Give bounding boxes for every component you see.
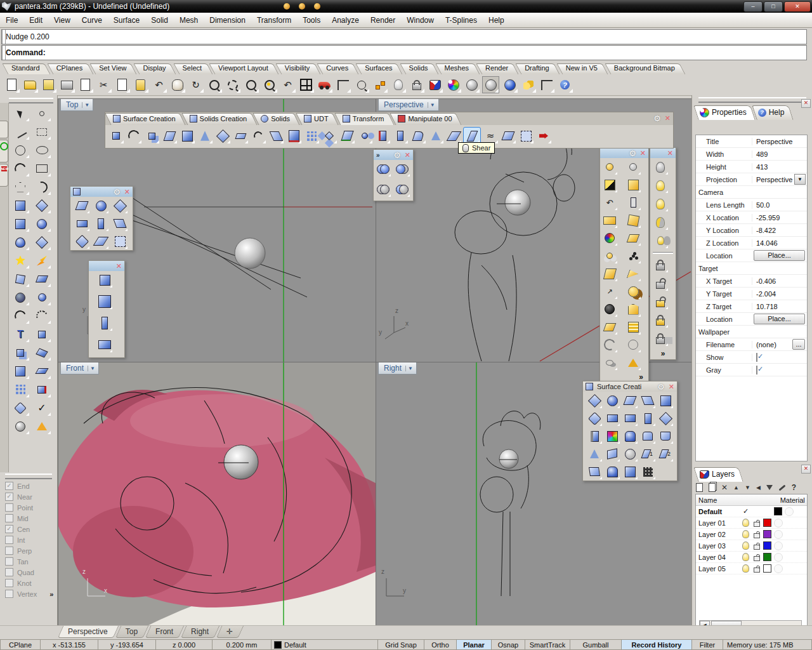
gear-icon[interactable]: ⚙ — [653, 114, 661, 123]
menu-help[interactable]: Help — [483, 13, 510, 27]
surface-cp-tool[interactable] — [10, 196, 31, 215]
torus-tool[interactable] — [10, 233, 31, 251]
checkbox-icon[interactable]: ✓ — [5, 525, 13, 533]
prop-xloc-row[interactable]: X Location-25.959 — [696, 211, 807, 224]
srf-extrude-tapered-button[interactable] — [639, 427, 657, 445]
checkbox-icon[interactable] — [5, 568, 13, 576]
close-icon[interactable]: ✕ — [405, 151, 410, 159]
boolean-diff-tool[interactable] — [31, 288, 53, 307]
osnap-perp[interactable]: Perp — [0, 545, 57, 556]
srf-plane-3pt-button[interactable] — [621, 409, 639, 427]
cut-button[interactable]: ✂ — [96, 77, 112, 93]
srf-cutplane-button[interactable] — [586, 427, 603, 445]
polyline-tool[interactable] — [10, 123, 31, 141]
tab-render[interactable]: Render — [479, 63, 518, 74]
dock-grip[interactable] — [698, 97, 806, 103]
unlock-selected-button[interactable] — [652, 293, 669, 310]
vptab-right[interactable]: Right — [183, 626, 219, 638]
current-layer-cell[interactable]: Default — [272, 639, 378, 650]
dock-tab-surface-creation[interactable]: Surface Creation — [108, 112, 185, 125]
tab-surfaces[interactable]: Surfaces — [358, 63, 402, 74]
undo-selection-button[interactable]: ↶ — [601, 194, 619, 211]
rendered-viewport-button[interactable] — [502, 77, 518, 93]
viewport-top-title[interactable]: Top▼ — [60, 99, 93, 111]
tab-layers[interactable]: Layers — [696, 467, 742, 481]
viewport-perspective-title[interactable]: Perspective▼ — [378, 99, 439, 111]
render-preview-tool[interactable] — [31, 417, 53, 435]
tab-cplanes[interactable]: CPlanes — [50, 63, 93, 74]
scale-floating-palette[interactable]: ✕ — [88, 260, 125, 358]
gear-icon[interactable]: ⚙ — [629, 149, 636, 158]
circle-center-button[interactable] — [353, 77, 369, 93]
viewport-front[interactable]: Front▼ z x — [58, 362, 377, 627]
material-circle-icon[interactable] — [785, 507, 794, 516]
menu-dimension[interactable]: Dimension — [204, 13, 251, 27]
material-circle-icon[interactable] — [774, 519, 783, 527]
select-grid-button[interactable] — [624, 318, 642, 336]
array-tool[interactable] — [10, 380, 31, 399]
layer-bulb-icon[interactable] — [742, 519, 749, 527]
polygon-tool[interactable] — [10, 178, 31, 196]
layer-color-swatch[interactable] — [774, 507, 782, 515]
layer-row-02[interactable]: Layer 02 — [696, 529, 807, 540]
select-length-button[interactable]: ↗ — [601, 282, 619, 300]
checkbox-icon[interactable] — [5, 536, 13, 544]
prop-yloc-row[interactable]: Y Location-8.422 — [696, 224, 807, 237]
close-icon[interactable]: ✕ — [669, 383, 674, 391]
vptab-front[interactable]: Front — [148, 626, 183, 638]
menu-render[interactable]: Render — [365, 13, 401, 27]
srf-extrude-curve-button[interactable] — [657, 427, 674, 445]
cplane-button[interactable] — [335, 77, 351, 93]
extrude-up-tool[interactable] — [31, 362, 53, 380]
srf-ribbon-button[interactable] — [603, 445, 621, 463]
select-dots-button[interactable] — [624, 247, 642, 265]
udt-tool[interactable] — [92, 215, 110, 232]
save-button[interactable] — [41, 77, 56, 93]
named-view-button[interactable] — [317, 77, 332, 93]
trim-tool[interactable] — [10, 399, 31, 417]
osnap-near[interactable]: ✓Near — [0, 491, 57, 502]
tab-viewport-layout[interactable]: Viewport Layout — [212, 63, 278, 74]
smarttrack-toggle[interactable]: SmartTrack — [525, 639, 570, 650]
gear-icon[interactable]: ⚙ — [113, 187, 121, 197]
vptab-top[interactable]: Top — [118, 626, 148, 638]
select-pyramid-button[interactable] — [624, 354, 642, 371]
show-objects-button[interactable] — [652, 176, 669, 194]
tab-select[interactable]: Select — [176, 63, 213, 74]
copy-button[interactable] — [114, 77, 130, 93]
layer-tools-icon[interactable] — [778, 484, 785, 491]
prop-filename-row[interactable]: Filename(none)... — [696, 338, 807, 351]
move-up-icon[interactable]: ▲ — [733, 484, 739, 491]
units-cell[interactable]: 0.200 mm — [213, 639, 272, 650]
menu-analyze[interactable]: Analyze — [326, 13, 365, 27]
menu-tsplines[interactable]: T-Splines — [440, 13, 483, 27]
text-tool[interactable]: T — [10, 325, 31, 343]
visibility-floating-palette[interactable]: ✕ » — [650, 147, 676, 360]
menu-mesh[interactable]: Mesh — [174, 13, 204, 27]
close-icon[interactable]: ✕ — [124, 188, 130, 196]
array-button[interactable] — [303, 128, 320, 144]
srf-picture-frame-button[interactable] — [603, 427, 621, 445]
hide-objects-button[interactable] — [652, 158, 669, 176]
srf-extrude-button[interactable] — [621, 427, 639, 445]
tab-new-in-v5[interactable]: New in V5 — [560, 63, 608, 74]
ellipse-tool[interactable] — [31, 141, 53, 159]
palette-header[interactable]: ✕ — [650, 148, 676, 158]
orient-box-tool[interactable] — [10, 362, 31, 380]
menu-solid[interactable]: Solid — [145, 13, 174, 27]
sphere-tool[interactable] — [31, 215, 53, 233]
chevron-icon[interactable]: » — [376, 152, 380, 159]
tab-standard[interactable]: Standard — [5, 63, 50, 74]
scale-tool[interactable] — [96, 271, 114, 289]
pan-button[interactable] — [169, 77, 185, 93]
unlock-objects-button[interactable] — [652, 274, 669, 292]
point-tool[interactable] — [31, 104, 53, 123]
browse-wallpaper-button[interactable]: ... — [792, 339, 805, 350]
options-button[interactable] — [520, 77, 536, 93]
shade-tool[interactable] — [10, 417, 31, 435]
show-selected-button[interactable] — [652, 195, 669, 213]
osnap-knot[interactable]: Knot — [0, 578, 57, 588]
osnap-point[interactable]: Point — [0, 502, 57, 513]
viewport-front-title[interactable]: Front▼ — [60, 362, 99, 375]
prop-lens-row[interactable]: Lens Length50.0 — [696, 199, 807, 211]
